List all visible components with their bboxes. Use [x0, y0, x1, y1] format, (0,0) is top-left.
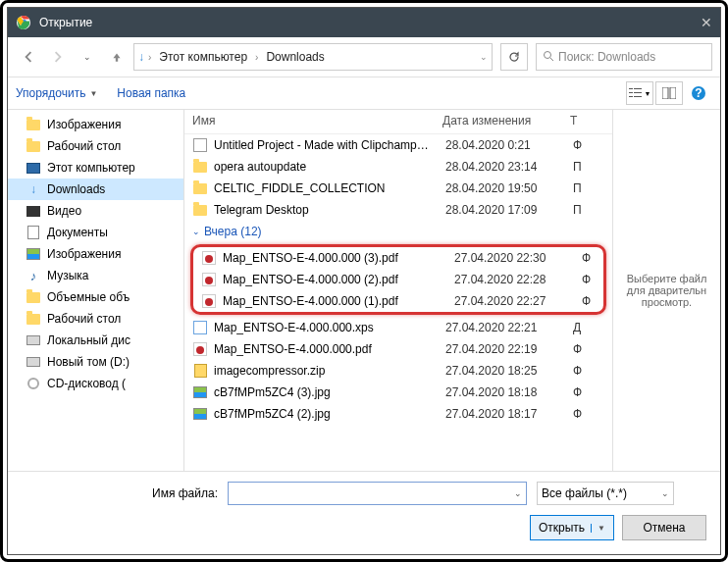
- sidebar-item-label: Объемные объ: [47, 290, 130, 304]
- img-icon: [192, 384, 208, 400]
- sidebar-item[interactable]: Видео: [8, 200, 183, 222]
- breadcrumb-folder[interactable]: Downloads: [262, 48, 328, 66]
- file-row[interactable]: opera autoupdate28.04.2020 23:14П: [184, 156, 612, 178]
- pdf-icon: [201, 272, 217, 287]
- file-row[interactable]: Map_ENTSO-E-4.000.000.xps27.04.2020 22:2…: [184, 317, 612, 338]
- col-name[interactable]: Имя: [192, 114, 442, 128]
- sidebar-item[interactable]: CD-дисковод (: [8, 373, 183, 394]
- svg-line-3: [550, 58, 553, 61]
- filename-input[interactable]: ⌄: [228, 482, 527, 505]
- recent-button[interactable]: ⌄: [75, 44, 100, 70]
- folder-icon: [192, 180, 208, 196]
- folder-icon: [192, 202, 208, 218]
- file-name: Untitled Project - Made with Clipchamp…: [214, 138, 445, 152]
- file-name: opera autoupdate: [214, 160, 445, 174]
- sidebar-item[interactable]: Документы: [8, 222, 183, 243]
- chevron-right-icon: ›: [148, 52, 151, 63]
- file-filter-select[interactable]: Все файлы (*.*) ⌄: [537, 482, 674, 505]
- chevron-down-icon: ⌄: [192, 227, 200, 236]
- file-date: 28.04.2020 19:50: [445, 181, 573, 195]
- col-type[interactable]: Т: [570, 114, 604, 128]
- sidebar: ИзображенияРабочий столЭтот компьютер↓Do…: [8, 110, 184, 471]
- file-row[interactable]: Map_ENTSO-E-4.000.000 (3).pdf27.04.2020 …: [193, 247, 603, 269]
- toolbar: Упорядочить▼ Новая папка ▼ ?: [8, 77, 720, 110]
- file-date: 27.04.2020 22:21: [445, 321, 573, 334]
- file-type: Ф: [573, 364, 604, 378]
- back-button[interactable]: [16, 44, 41, 70]
- window-title: Открытие: [39, 16, 92, 29]
- pdf-icon: [192, 341, 208, 357]
- up-button[interactable]: [104, 44, 130, 70]
- pdf-icon: [201, 293, 217, 309]
- file-row[interactable]: CELTIC_FIDDLE_COLLECTION28.04.2020 19:50…: [184, 178, 612, 199]
- search-input[interactable]: Поиск: Downloads: [536, 43, 712, 71]
- file-name: Telegram Desktop: [214, 203, 445, 217]
- sidebar-item[interactable]: Рабочий стол: [8, 308, 183, 330]
- breadcrumb-pc[interactable]: Этот компьютер: [155, 48, 251, 66]
- open-button[interactable]: Открыть▼: [530, 515, 614, 540]
- file-date: 27.04.2020 22:19: [445, 342, 573, 356]
- sidebar-item[interactable]: Объемные объ: [8, 286, 183, 308]
- file-row[interactable]: cB7fMPm5ZC4 (3).jpg27.04.2020 18:18Ф: [184, 382, 612, 403]
- clip-icon: [192, 137, 208, 153]
- doc-icon: [26, 225, 41, 240]
- sidebar-item-label: Этот компьютер: [47, 161, 135, 175]
- downloads-icon: ↓: [138, 50, 144, 64]
- file-date: 27.04.2020 22:27: [454, 294, 582, 308]
- forward-button[interactable]: [45, 44, 71, 70]
- file-row[interactable]: imagecompressor.zip27.04.2020 18:25Ф: [184, 360, 612, 382]
- svg-rect-7: [634, 88, 642, 89]
- sidebar-item[interactable]: Рабочий стол: [8, 135, 183, 157]
- cancel-button[interactable]: Отмена: [622, 515, 706, 540]
- file-name: cB7fMPm5ZC4 (3).jpg: [214, 385, 445, 399]
- file-date: 27.04.2020 18:25: [445, 364, 573, 378]
- folder-icon: [26, 138, 41, 154]
- view-mode-button[interactable]: ▼: [626, 81, 653, 105]
- help-button[interactable]: ?: [685, 81, 712, 105]
- chevron-down-icon[interactable]: ⌄: [514, 488, 522, 498]
- refresh-button[interactable]: [500, 43, 528, 71]
- file-row[interactable]: Untitled Project - Made with Clipchamp…2…: [184, 134, 612, 156]
- sidebar-item[interactable]: Этот компьютер: [8, 157, 183, 179]
- file-date: 28.04.2020 23:14: [445, 160, 573, 174]
- group-header[interactable]: ⌄ Вчера (12): [184, 221, 612, 242]
- organize-button[interactable]: Упорядочить▼: [16, 86, 97, 100]
- img-icon: [192, 406, 208, 422]
- sidebar-item[interactable]: Локальный дис: [8, 330, 183, 351]
- sidebar-item[interactable]: Изображения: [8, 243, 183, 265]
- close-icon[interactable]: ✕: [701, 15, 712, 30]
- address-dropdown-icon[interactable]: ⌄: [480, 52, 488, 62]
- sidebar-item[interactable]: Изображения: [8, 114, 183, 135]
- sidebar-item-label: Локальный дис: [47, 333, 130, 347]
- chevron-down-icon[interactable]: ⌄: [661, 488, 669, 498]
- file-row[interactable]: Map_ENTSO-E-4.000.000.pdf27.04.2020 22:1…: [184, 338, 612, 360]
- preview-pane-button[interactable]: [655, 81, 683, 105]
- file-row[interactable]: Map_ENTSO-E-4.000.000 (2).pdf27.04.2020 …: [193, 269, 603, 290]
- music-icon: ♪: [26, 268, 41, 283]
- sidebar-item[interactable]: ↓Downloads: [8, 179, 183, 200]
- file-name: Map_ENTSO-E-4.000.000 (3).pdf: [223, 251, 454, 265]
- column-headers[interactable]: Имя Дата изменения Т: [184, 110, 612, 134]
- img-icon: [26, 246, 41, 262]
- file-row[interactable]: Telegram Desktop28.04.2020 17:09П: [184, 199, 612, 221]
- sidebar-item[interactable]: Новый том (D:): [8, 351, 183, 373]
- svg-rect-8: [634, 92, 642, 93]
- svg-rect-5: [629, 92, 633, 93]
- svg-rect-4: [629, 88, 633, 89]
- svg-point-2: [545, 51, 551, 58]
- file-name: Map_ENTSO-E-4.000.000 (2).pdf: [223, 273, 454, 286]
- sidebar-item-label: Документы: [47, 226, 108, 239]
- new-folder-button[interactable]: Новая папка: [117, 86, 185, 100]
- sidebar-item-label: Изображения: [47, 118, 121, 131]
- chrome-icon: [16, 15, 31, 30]
- file-row[interactable]: Map_ENTSO-E-4.000.000 (1).pdf27.04.2020 …: [193, 290, 603, 312]
- open-dropdown-icon[interactable]: ▼: [591, 524, 605, 533]
- cd-icon: [26, 376, 41, 391]
- sidebar-item[interactable]: ♪Музыка: [8, 265, 183, 286]
- filename-label: Имя файла:: [22, 486, 228, 500]
- file-type: Ф: [582, 294, 596, 308]
- file-row[interactable]: cB7fMPm5ZC4 (2).jpg27.04.2020 18:17Ф: [184, 403, 612, 425]
- address-bar[interactable]: ↓ › Этот компьютер › Downloads ⌄: [133, 43, 493, 71]
- col-date[interactable]: Дата изменения: [442, 114, 570, 128]
- file-name: CELTIC_FIDDLE_COLLECTION: [214, 181, 445, 195]
